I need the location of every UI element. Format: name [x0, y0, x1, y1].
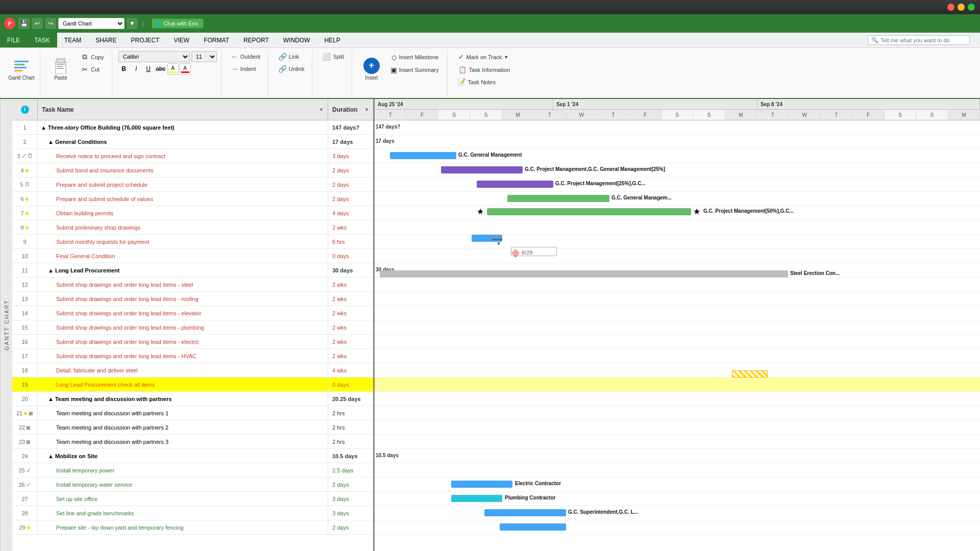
duration-sort-icon[interactable]: ▼ — [364, 107, 369, 112]
font-controls: Calibri 11 B I U abc A — [118, 51, 217, 74]
ribbon-clipboard-content: Paste ⧉ Copy ✂ Cut — [46, 51, 108, 95]
gantt-day-t3: T — [598, 110, 629, 120]
table-row[interactable]: 29 ◆ Prepare site - lay down yard and te… — [12, 520, 373, 535]
link-button[interactable]: 🔗 Link — [275, 51, 308, 62]
table-row[interactable]: 10 Final General Condition 0 days — [12, 249, 373, 263]
paste-button[interactable]: Paste — [46, 51, 75, 87]
menu-task[interactable]: TASK — [27, 33, 57, 47]
menu-view[interactable]: VIEW — [167, 33, 197, 47]
menu-project[interactable]: PROJECT — [124, 33, 166, 47]
title-bar-tools: 💾 ↩ ↪ Gantt Chart ▼ | Chat with Erix — [18, 18, 204, 29]
text-highlight-button[interactable]: A — [167, 63, 179, 74]
minimize-button[interactable] — [958, 4, 965, 11]
cut-button[interactable]: ✂ Cut — [77, 64, 108, 75]
underline-button[interactable]: U — [143, 63, 154, 74]
task-sort-icon[interactable]: ▼ — [319, 107, 324, 112]
gantt-chart-button[interactable]: Gantt Chart — [7, 51, 36, 87]
table-row[interactable]: 11 ▲ Long Lead Procurement 30 days — [12, 263, 373, 278]
task-information-button[interactable]: 📋 Task Information — [454, 64, 514, 76]
text-color-button[interactable]: A — [180, 63, 191, 74]
diamond-icon: ◆ — [25, 224, 29, 230]
table-row[interactable]: 23 ▦ Team meeting and discussion with pa… — [12, 435, 373, 449]
insert-milestone-button[interactable]: ◇ Insert Milestone — [387, 51, 444, 63]
table-row[interactable]: 18 Detail, fabricate and deliver steel 4… — [12, 363, 373, 378]
copy-button[interactable]: ⧉ Copy — [77, 51, 108, 63]
td-task-name: ▲ Three-story Office Building (76,000 sq… — [38, 120, 328, 134]
gantt-bar-label-steel-erection: Steel Erection Con... — [790, 270, 840, 276]
search-input[interactable] — [880, 37, 962, 43]
table-row[interactable]: 4 ◆ Submit bond and insurance documents … — [12, 163, 373, 178]
menu-bar: FILE TASK TEAM SHARE PROJECT VIEW FORMAT… — [0, 33, 980, 48]
menu-help[interactable]: HELP — [317, 33, 347, 47]
menu-report[interactable]: REPORT — [236, 33, 276, 47]
ribbon-group-view: Gantt Chart — [3, 50, 40, 96]
undo-button[interactable]: ↩ — [32, 18, 43, 29]
task-notes-button[interactable]: 📝 Task Notes — [454, 77, 514, 87]
task-info-label: Task Information — [469, 67, 510, 73]
summary-icon: ▣ — [390, 66, 397, 74]
redo-button[interactable]: ↪ — [45, 18, 56, 29]
insert-button[interactable]: + Insert — [358, 51, 385, 87]
copy-icon: ⧉ — [81, 53, 89, 61]
insert-summary-button[interactable]: ▣ Insert Summary — [387, 64, 444, 76]
td-id: 8 ◆ — [12, 220, 38, 234]
menu-file[interactable]: FILE — [0, 33, 27, 47]
table-row[interactable]: 24 ▲ Mobilize on Site 10.5 days — [12, 449, 373, 463]
table-row[interactable]: 15 Submit shop drawings and order long l… — [12, 320, 373, 335]
strikethrough-button[interactable]: abc — [155, 63, 166, 74]
td-id: 19 — [12, 378, 38, 391]
outdent-button[interactable]: ← Outdent — [228, 51, 264, 62]
table-row[interactable]: 21 ◆ ▦ Team meeting and discussion with … — [12, 406, 373, 420]
table-row[interactable]: 28 Set line and grade benchmarks 3 days — [12, 506, 373, 520]
chat-button[interactable]: Chat with Erix — [152, 18, 204, 29]
unlink-button[interactable]: 🔗 Unlink — [275, 63, 308, 74]
dropdown-arrow[interactable]: ▼ — [127, 18, 138, 29]
table-row[interactable]: 2 ▲ General Conditions 17 days — [12, 135, 373, 149]
view-dropdown[interactable]: Gantt Chart — [58, 18, 125, 29]
table-row[interactable]: 19 Long Lead Procurement check all items… — [12, 378, 373, 392]
menu-format[interactable]: FORMAT — [197, 33, 236, 47]
mark-on-track-button[interactable]: ✓ Mark on Track ▼ — [454, 51, 514, 63]
table-row[interactable]: 8 ◆ Submit preliminary shop drawings 2 w… — [12, 220, 373, 235]
font-size-select[interactable]: 11 — [191, 51, 217, 62]
gantt-day-m3: M — [948, 110, 980, 120]
gantt-body: 147 days? 17 days G.C. General Managemen… — [375, 120, 980, 551]
table-row[interactable]: 20 ▲ Team meeting and discussion with pa… — [12, 392, 373, 406]
table-row[interactable]: 6 ◆ Prepare and submit schedule of value… — [12, 192, 373, 206]
ribbon-group-insert: + Insert ◇ Insert Milestone ▣ Insert Sum… — [354, 50, 448, 96]
ribbon-group-font: Calibri 11 B I U abc A — [114, 50, 222, 96]
gantt-day-f: F — [406, 110, 438, 120]
table-row[interactable]: 26 ✓ Install temporary water service 2 d… — [12, 478, 373, 492]
font-family-select[interactable]: Calibri — [118, 51, 190, 62]
table-row[interactable]: 13 Submit shop drawings and order long l… — [12, 292, 373, 306]
task-info-icon: 📋 — [458, 66, 467, 73]
table-row[interactable]: 22 ▦ Team meeting and discussion with pa… — [12, 420, 373, 435]
table-row[interactable]: 25 ✓ Install temporary power 2.5 days — [12, 463, 373, 478]
indent-button[interactable]: → Indent — [228, 63, 264, 74]
bold-button[interactable]: B — [118, 63, 130, 74]
table-row[interactable]: 27 Set up site office 3 days — [12, 492, 373, 506]
th-task-name: Task Name ▼ — [38, 99, 328, 120]
maximize-button[interactable] — [968, 4, 975, 11]
save-button[interactable]: 💾 — [18, 18, 30, 29]
gantt-day-m1: M — [502, 110, 534, 120]
diamond-icon: ◆ — [23, 410, 28, 416]
table-row[interactable]: 7 ◆ Obtain building permits 4 days — [12, 206, 373, 220]
table-row[interactable]: 5 🗒 Prepare and submit project schedule … — [12, 178, 373, 192]
menu-team[interactable]: TEAM — [57, 33, 88, 47]
table-row[interactable]: 3 ✓ 🗒 Receive notice to proceed and sign… — [12, 149, 373, 163]
split-button[interactable]: ⬜ Split — [318, 51, 347, 62]
ribbon-group-link: 🔗 Link 🔗 Unlink — [271, 50, 313, 96]
table-row[interactable]: 9 Submit monthly requests for payment 6 … — [12, 235, 373, 249]
table-row[interactable]: 17 Submit shop drawings and order long l… — [12, 349, 373, 363]
th-id: i — [12, 99, 38, 120]
close-button[interactable] — [947, 4, 954, 11]
menu-window[interactable]: WINDOW — [276, 33, 317, 47]
menu-share[interactable]: SHARE — [88, 33, 124, 47]
italic-button[interactable]: I — [131, 63, 142, 74]
table-row[interactable]: 1 ▲ Three-story Office Building (76,000 … — [12, 120, 373, 135]
paste-label: Paste — [54, 75, 67, 81]
table-row[interactable]: 12 Submit shop drawings and order long l… — [12, 278, 373, 292]
table-row[interactable]: 14 Submit shop drawings and order long l… — [12, 306, 373, 320]
table-row[interactable]: 16 Submit shop drawings and order long l… — [12, 335, 373, 349]
